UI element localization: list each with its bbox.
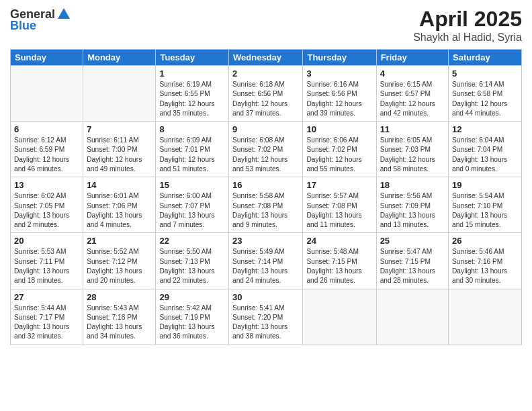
calendar-cell: 29Sunrise: 5:42 AMSunset: 7:19 PMDayligh… xyxy=(156,289,229,345)
svg-marker-0 xyxy=(58,8,70,19)
sunset-info: Sunset: 7:11 PM xyxy=(14,258,64,265)
daylight-hours: Daylight: 12 hours and 46 minutes. xyxy=(14,156,69,173)
calendar-cell: 12Sunrise: 6:04 AMSunset: 7:04 PMDayligh… xyxy=(449,122,522,177)
day-number: 28 xyxy=(87,292,152,302)
day-info: Sunrise: 5:53 AMSunset: 7:11 PMDaylight:… xyxy=(14,247,79,285)
calendar-cell: 7Sunrise: 6:11 AMSunset: 7:00 PMDaylight… xyxy=(83,122,156,177)
sunset-info: Sunset: 6:58 PM xyxy=(452,90,502,97)
sunset-info: Sunset: 7:14 PM xyxy=(232,258,283,265)
calendar-cell xyxy=(83,66,156,122)
day-number: 10 xyxy=(306,124,372,134)
sunset-info: Sunset: 7:09 PM xyxy=(380,202,431,210)
sunrise-info: Sunrise: 6:14 AM xyxy=(452,81,504,88)
calendar-cell: 20Sunrise: 5:53 AMSunset: 7:11 PMDayligh… xyxy=(11,233,83,289)
sunset-info: Sunset: 7:00 PM xyxy=(87,146,137,153)
sunrise-info: Sunrise: 6:01 AM xyxy=(87,192,139,199)
sunset-info: Sunset: 7:06 PM xyxy=(87,202,137,210)
day-number: 12 xyxy=(452,124,518,134)
day-number: 1 xyxy=(159,68,225,79)
day-info: Sunrise: 6:15 AMSunset: 6:57 PMDaylight:… xyxy=(380,80,445,118)
day-number: 7 xyxy=(87,124,152,134)
calendar-cell: 5Sunrise: 6:14 AMSunset: 6:58 PMDaylight… xyxy=(449,66,522,122)
daylight-hours: Daylight: 12 hours and 35 minutes. xyxy=(159,100,214,117)
sunset-info: Sunset: 7:15 PM xyxy=(306,258,357,265)
day-number: 27 xyxy=(14,292,79,302)
day-info: Sunrise: 6:04 AMSunset: 7:04 PMDaylight:… xyxy=(452,136,518,174)
calendar-cell: 26Sunrise: 5:46 AMSunset: 7:16 PMDayligh… xyxy=(449,233,522,289)
calendar-cell: 16Sunrise: 5:58 AMSunset: 7:08 PMDayligh… xyxy=(229,177,303,233)
calendar-cell: 11Sunrise: 6:05 AMSunset: 7:03 PMDayligh… xyxy=(376,122,448,177)
calendar-week-row: 1Sunrise: 6:19 AMSunset: 6:55 PMDaylight… xyxy=(11,66,522,122)
day-info: Sunrise: 6:12 AMSunset: 6:59 PMDaylight:… xyxy=(14,136,79,174)
subtitle: Shaykh al Hadid, Syria xyxy=(413,32,522,44)
sunrise-info: Sunrise: 5:49 AM xyxy=(232,248,285,255)
day-info: Sunrise: 5:48 AMSunset: 7:15 PMDaylight:… xyxy=(306,247,372,285)
day-number: 13 xyxy=(14,180,79,190)
month-title: April 2025 xyxy=(413,7,522,32)
calendar-cell: 8Sunrise: 6:09 AMSunset: 7:01 PMDaylight… xyxy=(156,122,229,177)
day-number: 18 xyxy=(380,180,445,190)
header: General Blue April 2025 Shaykh al Hadid,… xyxy=(10,7,522,44)
calendar-cell: 19Sunrise: 5:54 AMSunset: 7:10 PMDayligh… xyxy=(449,177,522,233)
day-number: 30 xyxy=(232,292,299,302)
logo: General Blue xyxy=(10,7,71,33)
daylight-hours: Daylight: 12 hours and 55 minutes. xyxy=(306,156,361,173)
day-number: 14 xyxy=(87,180,152,190)
calendar-cell: 15Sunrise: 6:00 AMSunset: 7:07 PMDayligh… xyxy=(156,177,229,233)
day-info: Sunrise: 5:52 AMSunset: 7:12 PMDaylight:… xyxy=(87,247,152,285)
sunrise-info: Sunrise: 6:16 AM xyxy=(306,81,359,88)
calendar-cell: 14Sunrise: 6:01 AMSunset: 7:06 PMDayligh… xyxy=(83,177,156,233)
sunset-info: Sunset: 7:20 PM xyxy=(232,314,283,321)
day-info: Sunrise: 5:46 AMSunset: 7:16 PMDaylight:… xyxy=(452,247,518,285)
sunrise-info: Sunrise: 5:43 AM xyxy=(87,304,139,312)
daylight-hours: Daylight: 12 hours and 42 minutes. xyxy=(380,100,435,117)
sunrise-info: Sunrise: 6:15 AM xyxy=(380,81,433,88)
calendar-cell: 18Sunrise: 5:56 AMSunset: 7:09 PMDayligh… xyxy=(376,177,448,233)
sunset-info: Sunset: 7:16 PM xyxy=(452,258,502,265)
sunset-info: Sunset: 7:10 PM xyxy=(452,202,502,210)
day-info: Sunrise: 6:01 AMSunset: 7:06 PMDaylight:… xyxy=(87,191,152,230)
calendar-cell: 3Sunrise: 6:16 AMSunset: 6:56 PMDaylight… xyxy=(303,66,376,122)
col-header-saturday: Saturday xyxy=(449,50,522,66)
col-header-wednesday: Wednesday xyxy=(229,50,303,66)
sunrise-info: Sunrise: 5:52 AM xyxy=(87,248,139,255)
sunset-info: Sunset: 7:18 PM xyxy=(87,314,137,321)
daylight-hours: Daylight: 13 hours and 24 minutes. xyxy=(232,267,287,284)
daylight-hours: Daylight: 13 hours and 28 minutes. xyxy=(380,267,435,284)
daylight-hours: Daylight: 12 hours and 44 minutes. xyxy=(452,100,507,117)
sunset-info: Sunset: 7:17 PM xyxy=(14,314,64,321)
calendar-table: SundayMondayTuesdayWednesdayThursdayFrid… xyxy=(10,49,522,345)
day-info: Sunrise: 6:16 AMSunset: 6:56 PMDaylight:… xyxy=(306,80,372,118)
sunrise-info: Sunrise: 5:46 AM xyxy=(452,248,504,255)
day-info: Sunrise: 5:56 AMSunset: 7:09 PMDaylight:… xyxy=(380,191,445,230)
day-info: Sunrise: 5:54 AMSunset: 7:10 PMDaylight:… xyxy=(452,191,518,230)
daylight-hours: Daylight: 12 hours and 58 minutes. xyxy=(380,156,435,173)
day-info: Sunrise: 6:19 AMSunset: 6:55 PMDaylight:… xyxy=(159,80,225,118)
calendar-cell: 28Sunrise: 5:43 AMSunset: 7:18 PMDayligh… xyxy=(83,289,156,345)
sunset-info: Sunset: 6:59 PM xyxy=(14,146,64,153)
sunset-info: Sunset: 7:19 PM xyxy=(159,314,210,321)
sunrise-info: Sunrise: 6:09 AM xyxy=(159,136,212,144)
col-header-friday: Friday xyxy=(376,50,448,66)
day-number: 15 xyxy=(159,180,225,190)
daylight-hours: Daylight: 13 hours and 7 minutes. xyxy=(159,212,214,228)
sunrise-info: Sunrise: 6:12 AM xyxy=(14,136,66,144)
calendar-cell xyxy=(11,66,83,122)
sunset-info: Sunset: 6:56 PM xyxy=(306,90,357,97)
sunset-info: Sunset: 6:56 PM xyxy=(232,90,283,97)
day-number: 25 xyxy=(380,236,445,246)
daylight-hours: Daylight: 13 hours and 13 minutes. xyxy=(380,212,435,228)
day-info: Sunrise: 6:00 AMSunset: 7:07 PMDaylight:… xyxy=(159,191,225,230)
day-number: 17 xyxy=(306,180,372,190)
calendar-cell: 1Sunrise: 6:19 AMSunset: 6:55 PMDaylight… xyxy=(156,66,229,122)
daylight-hours: Daylight: 13 hours and 2 minutes. xyxy=(14,212,69,228)
calendar-cell: 25Sunrise: 5:47 AMSunset: 7:15 PMDayligh… xyxy=(376,233,448,289)
sunrise-info: Sunrise: 5:53 AM xyxy=(14,248,66,255)
sunset-info: Sunset: 7:03 PM xyxy=(380,146,431,153)
day-number: 9 xyxy=(232,124,299,134)
col-header-sunday: Sunday xyxy=(11,50,83,66)
daylight-hours: Daylight: 13 hours and 36 minutes. xyxy=(159,323,214,340)
daylight-hours: Daylight: 13 hours and 32 minutes. xyxy=(14,323,69,340)
day-info: Sunrise: 5:47 AMSunset: 7:15 PMDaylight:… xyxy=(380,247,445,285)
col-header-thursday: Thursday xyxy=(303,50,376,66)
